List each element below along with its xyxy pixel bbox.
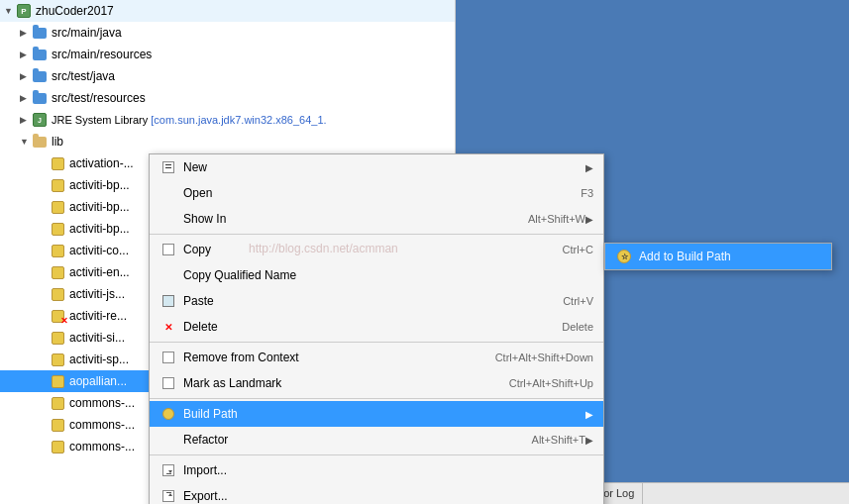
- src-test-java-label: src/test/java: [52, 69, 115, 83]
- jar-icon3: [50, 199, 65, 215]
- separator-4: [150, 454, 603, 455]
- show-in-icon: [159, 210, 177, 228]
- commons3-label: commons-...: [69, 440, 135, 454]
- delete-shortcut: Delete: [562, 321, 593, 333]
- jar-icon6: [50, 264, 65, 280]
- chevron-right-icon3: ▶: [20, 71, 30, 81]
- activation-label: activation-...: [69, 156, 134, 170]
- jar-icon9: [50, 352, 65, 367]
- jar-icon12: [50, 417, 65, 433]
- tree-item-src-test-resources[interactable]: ▶ src/test/resources: [0, 87, 455, 109]
- lib-folder-icon: [32, 134, 48, 150]
- remove-context-shortcut: Ctrl+Alt+Shift+Down: [495, 352, 593, 363]
- menu-item-mark-landmark[interactable]: Mark as Landmark Ctrl+Alt+Shift+Up: [150, 370, 603, 396]
- jar-icon2: [50, 177, 65, 193]
- tree-item-lib[interactable]: ▼ lib: [0, 131, 455, 152]
- jar-icon7: [50, 286, 65, 302]
- jar-icon11: [50, 395, 65, 411]
- show-in-shortcut: Alt+Shift+W: [528, 213, 585, 225]
- menu-item-paste[interactable]: Paste Ctrl+V: [150, 288, 603, 314]
- menu-item-refactor[interactable]: Refactor Alt+Shift+T ▶: [150, 427, 603, 453]
- paste-shortcut: Ctrl+V: [563, 295, 593, 307]
- lib-label: lib: [52, 135, 63, 149]
- tree-item-project[interactable]: ▼ P zhuCoder2017: [0, 0, 455, 22]
- submenu-item-add-build-path[interactable]: ☆ Add to Build Path: [605, 244, 831, 269]
- copy-qualified-icon: [159, 266, 177, 284]
- jre-label: JRE System Library [com.sun.java.jdk7.wi…: [52, 114, 327, 126]
- mark-landmark-label: Mark as Landmark: [183, 376, 489, 390]
- menu-item-import[interactable]: Import...: [150, 457, 603, 483]
- refactor-shortcut: Alt+Shift+T: [532, 434, 585, 446]
- menu-item-open[interactable]: Open F3: [150, 180, 603, 206]
- menu-item-delete[interactable]: ✕ Delete Delete: [150, 314, 603, 340]
- new-arrow: ▶: [585, 162, 593, 173]
- refactor-icon: [159, 431, 177, 449]
- build-path-label: Build Path: [183, 407, 585, 421]
- project-icon: P: [16, 3, 32, 19]
- activiti-sp-label: activiti-sp...: [69, 353, 129, 366]
- chevron-right-icon5: ▶: [20, 115, 30, 125]
- activiti-en-label: activiti-en...: [69, 265, 130, 279]
- refactor-arrow: ▶: [585, 435, 593, 446]
- menu-item-new[interactable]: New ▶: [150, 154, 603, 180]
- copy-qualified-label: Copy Qualified Name: [183, 268, 593, 282]
- separator-1: [150, 234, 603, 235]
- menu-item-copy[interactable]: Copy Ctrl+C: [150, 237, 603, 262]
- new-label: New: [183, 160, 585, 174]
- main-container: ▼ P zhuCoder2017 ▶ src/main/java ▶: [0, 0, 849, 504]
- tree-item-src-main-java[interactable]: ▶ src/main/java: [0, 22, 455, 44]
- mark-landmark-icon: [159, 374, 177, 392]
- aopallian-label: aopallian...: [69, 374, 127, 388]
- src-folder-icon2: [32, 47, 48, 62]
- activiti-si-label: activiti-si...: [69, 331, 125, 345]
- tree-item-jre[interactable]: ▶ J JRE System Library [com.sun.java.jdk…: [0, 109, 455, 131]
- src-main-java-label: src/main/java: [52, 26, 122, 40]
- chevron-down-icon2: ▼: [20, 137, 30, 147]
- activiti-co-label: activiti-co...: [69, 244, 129, 257]
- open-label: Open: [183, 186, 561, 200]
- refactor-label: Refactor: [183, 433, 512, 447]
- copy-label: Copy: [183, 243, 543, 256]
- jar-icon: [50, 155, 65, 171]
- activiti-re-label: activiti-re...: [69, 309, 127, 323]
- chevron-down-icon: ▼: [4, 6, 14, 16]
- src-folder-icon4: [32, 90, 48, 106]
- remove-context-label: Remove from Context: [183, 351, 476, 364]
- import-label: Import...: [183, 463, 593, 477]
- chevron-right-icon: ▶: [20, 28, 30, 38]
- build-path-arrow: ▶: [585, 409, 593, 420]
- menu-item-build-path[interactable]: Build Path ▶: [150, 401, 603, 427]
- menu-item-remove-context[interactable]: Remove from Context Ctrl+Alt+Shift+Down: [150, 345, 603, 370]
- activiti-bp2-label: activiti-bp...: [69, 200, 130, 214]
- jar-icon8: [50, 330, 65, 346]
- build-path-submenu: ☆ Add to Build Path: [604, 243, 832, 270]
- chevron-right-icon4: ▶: [20, 93, 30, 103]
- open-shortcut: F3: [581, 187, 593, 199]
- context-menu: http://blog.csdn.net/acmman New ▶ Open F…: [149, 153, 604, 504]
- copy-shortcut: Ctrl+C: [563, 244, 593, 255]
- src-folder-icon3: [32, 68, 48, 84]
- chevron-right-icon2: ▶: [20, 50, 30, 59]
- activiti-bp1-label: activiti-bp...: [69, 178, 130, 192]
- import-icon: [159, 461, 177, 479]
- build-path-icon: [159, 405, 177, 423]
- tree-item-src-test-java[interactable]: ▶ src/test/java: [0, 65, 455, 87]
- menu-item-show-in[interactable]: Show In Alt+Shift+W ▶: [150, 206, 603, 232]
- separator-2: [150, 342, 603, 343]
- menu-item-copy-qualified[interactable]: Copy Qualified Name: [150, 262, 603, 288]
- add-build-path-icon: ☆: [615, 248, 633, 265]
- separator-3: [150, 398, 603, 399]
- export-label: Export...: [183, 489, 593, 503]
- jar-icon5: [50, 243, 65, 258]
- delete-icon: ✕: [159, 318, 177, 336]
- tree-item-src-main-resources[interactable]: ▶ src/main/resources: [0, 44, 455, 65]
- activiti-js-label: activiti-js...: [69, 287, 125, 301]
- project-label: zhuCoder2017: [36, 4, 114, 18]
- jar-delete-icon: ✕: [50, 308, 65, 324]
- export-icon: [159, 487, 177, 504]
- show-in-arrow: ▶: [585, 214, 593, 225]
- jre-icon: J: [32, 112, 48, 128]
- paste-icon: [159, 292, 177, 310]
- paste-label: Paste: [183, 294, 543, 308]
- menu-item-export[interactable]: Export...: [150, 483, 603, 504]
